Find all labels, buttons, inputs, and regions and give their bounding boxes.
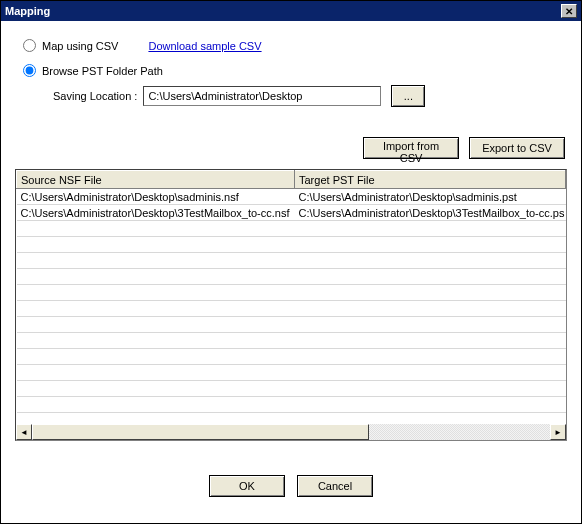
- table-row[interactable]: [17, 269, 566, 285]
- import-csv-button[interactable]: Import from CSV: [363, 137, 459, 159]
- scroll-thumb[interactable]: [32, 424, 369, 440]
- mapping-table-wrap: Source NSF File Target PST File C:\Users…: [15, 169, 567, 441]
- csv-buttons: Import from CSV Export to CSV: [15, 137, 567, 159]
- close-icon[interactable]: ✕: [561, 4, 577, 18]
- scroll-track[interactable]: [32, 424, 550, 440]
- radio-map-csv[interactable]: [23, 39, 36, 52]
- cell-source: C:\Users\Administrator\Desktop\sadminis.…: [17, 189, 295, 205]
- mapping-table[interactable]: Source NSF File Target PST File C:\Users…: [16, 170, 566, 429]
- saving-location-input[interactable]: [143, 86, 381, 106]
- table-row[interactable]: [17, 349, 566, 365]
- table-row[interactable]: [17, 317, 566, 333]
- table-row[interactable]: [17, 397, 566, 413]
- window-title: Mapping: [5, 5, 50, 17]
- horizontal-scrollbar[interactable]: ◄ ►: [16, 424, 566, 440]
- scroll-left-icon[interactable]: ◄: [16, 424, 32, 440]
- dialog-buttons: OK Cancel: [15, 475, 567, 497]
- cancel-button[interactable]: Cancel: [297, 475, 373, 497]
- radio-map-csv-label: Map using CSV: [42, 40, 118, 52]
- radio-browse-pst[interactable]: [23, 64, 36, 77]
- table-row[interactable]: [17, 285, 566, 301]
- scroll-right-icon[interactable]: ►: [550, 424, 566, 440]
- dialog-content: Map using CSV Download sample CSV Browse…: [1, 21, 581, 507]
- table-row[interactable]: [17, 365, 566, 381]
- col-header-source[interactable]: Source NSF File: [17, 171, 295, 189]
- table-row[interactable]: [17, 237, 566, 253]
- table-row[interactable]: [17, 381, 566, 397]
- radio-browse-pst-label: Browse PST Folder Path: [42, 65, 163, 77]
- export-csv-button[interactable]: Export to CSV: [469, 137, 565, 159]
- table-row[interactable]: C:\Users\Administrator\Desktop\3TestMail…: [17, 205, 566, 221]
- table-row[interactable]: [17, 221, 566, 237]
- table-row[interactable]: [17, 333, 566, 349]
- table-row[interactable]: [17, 301, 566, 317]
- col-header-target[interactable]: Target PST File: [295, 171, 566, 189]
- cell-target: C:\Users\Administrator\Desktop\3TestMail…: [295, 205, 566, 221]
- table-row[interactable]: C:\Users\Administrator\Desktop\sadminis.…: [17, 189, 566, 205]
- table-row[interactable]: [17, 253, 566, 269]
- ok-button[interactable]: OK: [209, 475, 285, 497]
- saving-location-label: Saving Location :: [53, 90, 137, 102]
- browse-button[interactable]: ...: [391, 85, 425, 107]
- titlebar: Mapping ✕: [1, 1, 581, 21]
- saving-location-row: Saving Location : ...: [53, 85, 567, 107]
- cell-source: C:\Users\Administrator\Desktop\3TestMail…: [17, 205, 295, 221]
- cell-target: C:\Users\Administrator\Desktop\sadminis.…: [295, 189, 566, 205]
- option-browse-pst[interactable]: Browse PST Folder Path: [23, 64, 567, 77]
- option-map-csv[interactable]: Map using CSV Download sample CSV: [23, 39, 567, 52]
- download-sample-link[interactable]: Download sample CSV: [148, 40, 261, 52]
